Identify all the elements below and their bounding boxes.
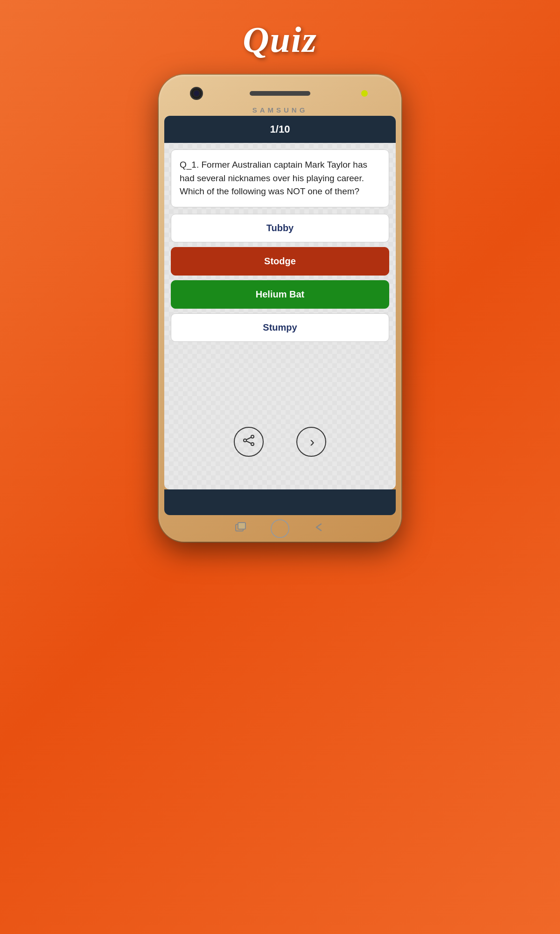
svg-rect-6 bbox=[238, 523, 245, 529]
screen-content: 1/10 Q_1. Former Australian captain Mark… bbox=[164, 116, 396, 489]
share-icon bbox=[242, 434, 255, 450]
progress-header: 1/10 bbox=[164, 116, 396, 143]
next-icon: › bbox=[310, 434, 315, 450]
phone-status-bar-bottom bbox=[164, 489, 396, 515]
earpiece-speaker bbox=[250, 91, 310, 96]
share-button[interactable] bbox=[234, 427, 264, 457]
front-camera bbox=[190, 87, 203, 100]
samsung-brand: SAMSUNG bbox=[164, 106, 396, 114]
bottom-navigation: › bbox=[164, 422, 396, 461]
home-button[interactable] bbox=[271, 519, 289, 538]
svg-point-1 bbox=[244, 439, 246, 442]
answer-option-helium-bat[interactable]: Helium Bat bbox=[171, 280, 389, 309]
next-button[interactable]: › bbox=[296, 427, 326, 457]
answer-options: Tubby Stodge Helium Bat Stumpy bbox=[164, 214, 396, 342]
svg-line-3 bbox=[246, 438, 251, 440]
phone-body: SAMSUNG 1/10 Q_1. Former Australian capt… bbox=[159, 75, 401, 542]
answer-option-tubby[interactable]: Tubby bbox=[171, 214, 389, 242]
phone-screen: 1/10 Q_1. Former Australian captain Mark… bbox=[164, 116, 396, 489]
answer-option-stodge[interactable]: Stodge bbox=[171, 247, 389, 276]
recent-apps-button[interactable] bbox=[234, 522, 247, 535]
question-card: Q_1. Former Australian captain Mark Tayl… bbox=[171, 149, 389, 207]
phone-device: SAMSUNG 1/10 Q_1. Former Australian capt… bbox=[159, 75, 401, 542]
svg-line-4 bbox=[246, 441, 251, 444]
svg-point-2 bbox=[251, 443, 254, 446]
svg-point-0 bbox=[251, 435, 254, 438]
back-button[interactable] bbox=[313, 522, 326, 535]
answer-option-stumpy[interactable]: Stumpy bbox=[171, 313, 389, 342]
phone-top-bar bbox=[164, 80, 396, 106]
quiz-title: Quiz bbox=[243, 19, 317, 61]
hardware-nav-buttons bbox=[164, 515, 396, 538]
power-led bbox=[361, 90, 368, 97]
